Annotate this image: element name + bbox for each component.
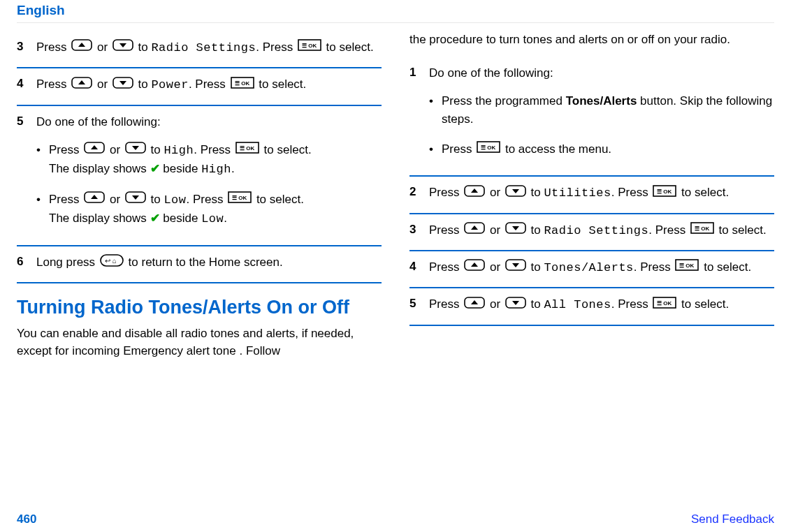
right-step-3: 3 Press or to Radio Settings. Press ☰ OK [409, 214, 774, 250]
ok-button-icon: ☰ OK [228, 191, 252, 209]
check-icon: ✔ [150, 212, 160, 225]
step-5: 5 Do one of the following: Press or [17, 106, 382, 246]
svg-marker-7 [78, 80, 85, 84]
text: to return to the Home screen. [129, 256, 283, 269]
step-6: 6 Long press ↩ ⌂ to return to the Home s… [17, 246, 382, 282]
text: . Press [611, 297, 652, 311]
text: or [97, 40, 111, 54]
svg-marker-37 [512, 226, 519, 230]
footer: 460 Send Feedback [17, 512, 774, 526]
page-number: 460 [17, 512, 36, 526]
down-button-icon [505, 184, 526, 202]
left-column: 3 Press or to Radio Settings. Press ☰ OK [17, 31, 382, 360]
right-step-4: 4 Press or to Tones/Alerts. Press ☰ OK [409, 251, 774, 287]
text: to [531, 297, 544, 311]
text: . Press [187, 193, 227, 206]
right-step-2: 2 Press or to Utilities. Press ☰ OK [409, 177, 774, 212]
send-feedback-link[interactable]: Send Feedback [691, 512, 774, 526]
text: The display shows [49, 162, 150, 175]
down-button-icon [125, 191, 146, 209]
svg-marker-35 [471, 226, 478, 230]
step-3: 3 Press or to Radio Settings. Press ☰ OK [17, 31, 382, 67]
svg-marker-13 [91, 145, 98, 149]
svg-text:☰ OK: ☰ OK [657, 189, 672, 195]
text: Press [49, 143, 82, 156]
down-button-icon [113, 76, 133, 94]
text: . [224, 212, 227, 225]
down-button-icon [505, 296, 526, 314]
step-number: 6 [17, 253, 36, 269]
ok-button-icon: ☰ OK [690, 221, 714, 239]
right-step-1: 1 Do one of the following: Press the pro… [409, 57, 774, 176]
menu-label: Low [201, 212, 224, 226]
menu-label: Power [151, 78, 189, 91]
text: Press [429, 186, 463, 199]
step-body: Press or to Power. Press ☰ OK to select. [36, 75, 382, 94]
text: Press [36, 40, 70, 54]
language-header: English [17, 0, 774, 23]
text: or [97, 77, 111, 91]
step-body: Press or to All Tones. Press ☰ OK to sel… [429, 295, 774, 314]
text: to select. [681, 186, 729, 199]
step-body: Long press ↩ ⌂ to return to the Home scr… [36, 253, 382, 272]
text: Press [442, 142, 475, 156]
text: to select. [681, 297, 729, 311]
text: . Press [256, 40, 296, 54]
up-button-icon [464, 296, 485, 314]
text: . Press [611, 186, 652, 199]
step-body: Press or to Tones/Alerts. Press ☰ OK to … [429, 258, 774, 277]
step-number: 3 [17, 38, 36, 54]
text: Press [49, 193, 82, 206]
text: to [138, 40, 152, 54]
step-body: Press or to Utilities. Press ☰ OK to sel… [429, 184, 774, 202]
right-step-5: 5 Press or to All Tones. Press ☰ OK [409, 288, 774, 324]
step-number: 5 [17, 113, 36, 128]
text: . Press [648, 223, 689, 237]
text: to access the menu. [505, 142, 611, 156]
svg-marker-49 [512, 301, 519, 305]
ok-button-icon: ☰ OK [653, 184, 676, 202]
bullet-low: Press or to Low. Press ☰ OK [36, 186, 382, 236]
separator [17, 282, 382, 283]
up-button-icon [71, 38, 92, 57]
down-button-icon [125, 141, 146, 159]
back-home-button-icon: ↩ ⌂ [100, 254, 124, 272]
text: . Press [634, 260, 674, 274]
step-number: 3 [409, 221, 429, 237]
svg-marker-19 [91, 195, 98, 199]
text: to select. [256, 193, 304, 206]
right-column: the procedure to turn tones and alerts o… [409, 31, 774, 360]
step-body: Do one of the following: Press the progr… [429, 64, 774, 166]
text: or [490, 297, 504, 311]
svg-text:☰ OK: ☰ OK [240, 145, 254, 152]
text: Press [429, 297, 463, 311]
menu-label: Radio Settings [151, 41, 256, 54]
down-button-icon [505, 221, 526, 239]
text: or [110, 143, 124, 156]
check-icon: ✔ [150, 162, 160, 175]
ok-button-icon: ☰ OK [231, 76, 254, 94]
svg-text:☰ OK: ☰ OK [481, 145, 495, 151]
text: Press [429, 260, 463, 274]
step-number: 1 [409, 64, 429, 80]
ok-button-icon: ☰ OK [477, 140, 500, 158]
svg-marker-31 [512, 189, 519, 193]
text: to [531, 223, 544, 237]
separator [409, 325, 774, 326]
menu-label: High [164, 144, 194, 157]
svg-text:☰ OK: ☰ OK [679, 263, 694, 269]
svg-marker-47 [471, 300, 478, 304]
section-intro: You can enable and disable all radio ton… [17, 325, 382, 360]
text: or [490, 223, 504, 237]
svg-text:↩ ⌂: ↩ ⌂ [105, 257, 117, 265]
step-number: 2 [409, 184, 429, 199]
step-number: 5 [409, 295, 429, 311]
svg-marker-41 [471, 263, 478, 267]
svg-marker-21 [132, 195, 139, 200]
text: to [138, 77, 152, 91]
text: or [490, 186, 504, 199]
bold-label: Tones/Alerts [566, 94, 637, 108]
text: beside [160, 212, 202, 225]
up-button-icon [464, 221, 485, 239]
up-button-icon [84, 141, 105, 159]
